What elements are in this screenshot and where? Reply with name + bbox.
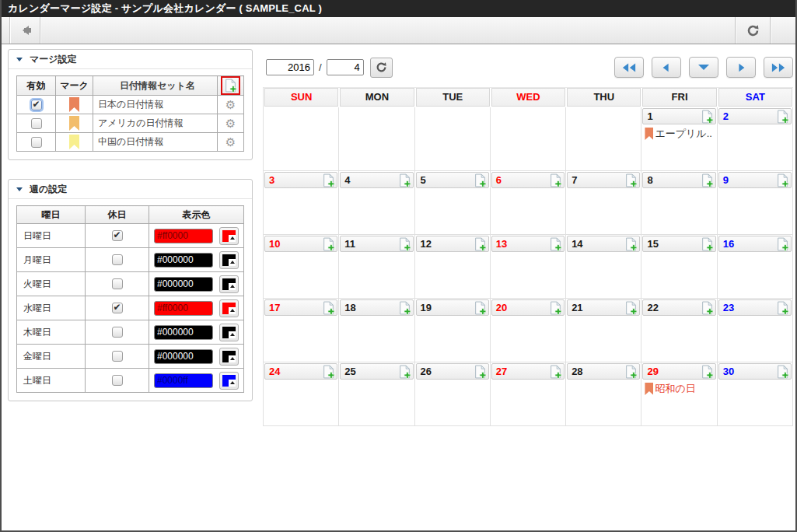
calendar-day-cell: 25 [339,362,414,426]
window-title: カレンダーマージ設定 - サンプル会社カレンダー ( SAMPLE_CAL ) [8,2,322,14]
add-event-button[interactable] [777,173,788,187]
color-hex-input[interactable] [154,229,213,243]
merge-settings-header[interactable]: マージ設定 [9,50,252,69]
add-event-button[interactable] [550,173,561,187]
add-document-icon [625,301,637,315]
holiday-checkbox[interactable] [112,327,123,338]
add-event-button[interactable] [625,365,637,379]
weekday-header: WED [491,88,565,107]
add-event-button[interactable] [399,365,411,379]
add-event-button[interactable] [777,365,788,379]
weekday-header: THU [567,88,641,107]
add-event-button[interactable] [323,173,334,187]
add-event-button[interactable] [399,237,411,251]
add-event-button[interactable] [777,110,788,124]
add-document-icon [474,237,486,251]
add-event-button[interactable] [323,237,334,251]
fast-forward-button[interactable] [764,57,793,78]
add-event-button[interactable] [701,301,713,315]
day-number: 14 [572,238,582,250]
calendar-day-cell: 21 [566,299,641,362]
add-event-button[interactable] [399,301,411,315]
add-event-button[interactable] [625,237,637,251]
add-event-button[interactable] [550,237,561,251]
add-event-button[interactable] [701,173,713,187]
add-document-icon [399,301,411,315]
add-event-button[interactable] [777,237,788,251]
enabled-checkbox[interactable] [31,137,42,148]
month-input[interactable] [327,59,364,75]
enabled-checkbox[interactable] [31,118,42,129]
add-event-button[interactable] [399,173,411,187]
add-event-button[interactable] [625,173,637,187]
back-button[interactable] [10,17,40,44]
color-hex-input[interactable] [154,373,213,388]
color-picker-button[interactable] [219,372,239,390]
day-header-strip: 8 [642,172,715,188]
color-hex-input[interactable] [154,349,213,364]
year-input[interactable] [266,59,314,75]
color-hex-input[interactable] [154,325,213,340]
week-settings-header[interactable]: 週の設定 [9,180,252,199]
color-hex-input[interactable] [154,301,213,316]
add-event-button[interactable] [550,301,561,315]
add-event-button[interactable] [323,301,334,315]
gear-icon[interactable]: ⚙ [225,135,236,149]
add-event-button[interactable] [550,365,561,379]
add-event-button[interactable] [625,301,637,315]
day-header-strip: 10 [264,236,337,252]
holiday-checkbox[interactable] [112,375,123,386]
fast-backward-button[interactable] [614,57,644,78]
toolbar-refresh-button[interactable] [736,17,770,44]
add-event-button[interactable] [701,237,713,251]
calendar-refresh-button[interactable] [370,58,393,78]
add-event-button[interactable] [474,301,486,315]
calendar-day-cell: 22 [641,299,717,362]
weekday-header-row: SUNMONTUEWEDTHUFRISAT [264,88,793,107]
calendar-day-cell: 13 [491,235,566,299]
event-label: エープリル.. [655,127,711,141]
enabled-checkbox[interactable] [31,100,42,110]
add-event-button[interactable] [474,173,486,187]
add-document-icon [777,301,788,315]
holiday-checkbox[interactable] [112,278,123,289]
add-event-button[interactable] [701,365,713,379]
holiday-checkbox[interactable] [112,351,123,362]
add-document-icon [701,301,713,315]
color-picker-button[interactable] [219,348,239,366]
color-hex-input[interactable] [154,253,213,268]
color-picker-button[interactable] [219,251,239,269]
add-event-button[interactable] [474,237,486,251]
color-picker-button[interactable] [219,227,239,245]
day-number: 5 [421,174,426,186]
col-weekday: 曜日 [17,206,86,224]
add-event-button[interactable] [323,365,334,379]
color-picker-button[interactable] [219,299,239,317]
day-header-strip: 17 [264,299,337,316]
forward-button[interactable] [726,57,756,78]
color-picker-button[interactable] [219,275,239,293]
backward-button[interactable] [652,57,681,78]
color-picker-button[interactable] [219,324,239,341]
refresh-icon [376,61,387,73]
gear-icon[interactable]: ⚙ [225,98,236,111]
expand-down-button[interactable] [689,57,718,78]
settings-sidebar: マージ設定 有効 マーク 日付情報セット名 [8,49,253,420]
app-window: カレンダーマージ設定 - サンプル会社カレンダー ( SAMPLE_CAL ) … [0,0,797,532]
holiday-checkbox[interactable] [112,230,123,241]
add-document-icon [474,301,486,315]
picker-arrow-icon [229,307,236,314]
add-event-button[interactable] [701,110,713,124]
holiday-checkbox[interactable] [112,254,123,265]
add-event-button[interactable] [777,301,788,315]
add-event-button[interactable] [474,365,486,379]
gear-icon[interactable]: ⚙ [225,117,236,130]
holiday-checkbox[interactable] [112,303,123,313]
color-hex-input[interactable] [154,277,213,292]
weekday-label: 水曜日 [17,296,86,320]
calendar-event: 昭和の日 [645,382,715,396]
add-dateset-button[interactable] [221,76,240,95]
day-number: 30 [723,366,734,377]
calendar-week-row: 24 25 26 27 28 [264,362,793,426]
calendar-area: / [263,44,793,426]
